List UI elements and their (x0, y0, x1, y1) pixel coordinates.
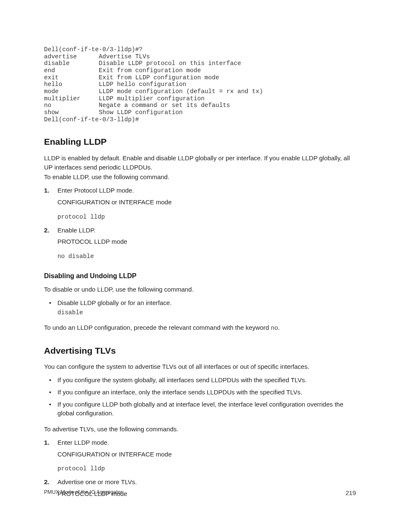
page-footer: PMUX Mode of the IO Aggregator 219 (44, 488, 356, 498)
disable-undo-pre: To undo an LLDP configuration, precede t… (44, 324, 271, 331)
cli-desc: Show LLDP configuration (99, 109, 183, 116)
cli-desc: Exit from LLDP configuration mode (99, 74, 219, 81)
cli-cmd: disable (44, 60, 99, 67)
step-number: 1. (44, 186, 49, 195)
adv-bullets: If you configure the system globally, al… (44, 376, 356, 418)
step-text: Enable LLDP. (57, 226, 356, 235)
footer-page-number: 219 (345, 488, 356, 498)
heading-enabling-lldp: Enabling LLDP (44, 136, 356, 148)
cli-row: no Negate a command or set its defaults (44, 102, 230, 109)
adv-cmdline: To advertise TLVs, use the following com… (44, 425, 356, 434)
cli-row: multiplier LLDP multiplier configuration (44, 95, 205, 102)
disable-bullet: Disable LLDP globally or for an interfac… (44, 298, 356, 317)
disable-undo-line: To undo an LLDP configuration, precede t… (44, 323, 356, 333)
heading-advertising-tlvs: Advertising TLVs (44, 344, 356, 357)
disable-intro: To disable or undo LLDP, use the followi… (44, 285, 356, 294)
enable-step-1: 1. Enter Protocol LLDP mode. CONFIGURATI… (44, 186, 356, 222)
adv-bullet-1: If you configure the system globally, al… (44, 376, 356, 385)
cli-cmd: show (44, 109, 99, 116)
cli-row: disable Disable LLDP protocol on this in… (44, 60, 241, 67)
footer-section-title: PMUX Mode of the IO Aggregator (44, 489, 122, 495)
cli-desc: Advertise TLVs (99, 53, 150, 60)
step-code: protocol lldp (57, 213, 356, 222)
cli-prompt-open: Dell(conf-if-te-0/3-lldp)#? (44, 46, 143, 53)
disable-undo-code: no (271, 325, 278, 331)
adv-bullet-3: If you configure LLDP both globally and … (44, 400, 356, 418)
cli-cmd: exit (44, 74, 99, 81)
adv-bullet-2: If you configure an interface, only the … (44, 388, 356, 397)
cli-row: advertise Advertise TLVs (44, 53, 150, 60)
disable-bullet-text: Disable LLDP globally or for an interfac… (57, 298, 356, 308)
cli-desc: Negate a command or set its defaults (99, 102, 230, 109)
cli-cmd: advertise (44, 53, 99, 60)
enable-step-2: 2. Enable LLDP. PROTOCOL LLDP mode no di… (44, 226, 356, 261)
step-code: no disable (57, 252, 356, 261)
cli-row: end Exit from configuration mode (44, 67, 201, 74)
step-number: 2. (44, 226, 49, 235)
cli-cmd: end (44, 67, 99, 74)
step-mode: PROTOCOL LLDP mode (57, 237, 356, 246)
cli-row: mode LLDP mode configuration (default = … (44, 88, 263, 95)
step-text: Advertise one or more TLVs. (57, 477, 356, 487)
cli-prompt-close: Dell(conf-if-te-0/3-lldp)# (44, 116, 139, 123)
adv-intro: You can configure the system to advertis… (44, 362, 356, 371)
document-page: Dell(conf-if-te-0/3-lldp)#? advertise Ad… (0, 0, 400, 532)
cli-desc: Disable LLDP protocol on this interface (99, 60, 241, 67)
adv-step-1: 1. Enter LLDP mode. CONFIGURATION or INT… (44, 438, 356, 474)
disable-bullet-code: disable (57, 308, 356, 317)
step-text: Enter LLDP mode. (57, 438, 356, 447)
step-text: Enter Protocol LLDP mode. (57, 186, 356, 195)
step-mode: CONFIGURATION or INTERFACE mode (57, 198, 356, 207)
cli-output-block: Dell(conf-if-te-0/3-lldp)#? advertise Ad… (44, 46, 356, 123)
step-code: protocol lldp (57, 464, 356, 473)
disable-undo-post: . (278, 324, 280, 331)
step-number: 2. (44, 477, 49, 487)
enable-intro-2: To enable LLDP, use the following comman… (44, 172, 356, 182)
step-number: 1. (44, 438, 49, 447)
enable-intro-1: LLDP is enabled by default. Enable and d… (44, 154, 356, 172)
cli-row: hello LLDP hello configuration (44, 81, 186, 88)
step-mode: CONFIGURATION or INTERFACE mode (57, 450, 356, 459)
heading-disabling-lldp: Disabling and Undoing LLDP (44, 271, 356, 281)
cli-desc: LLDP mode configuration (default = rx an… (99, 88, 263, 95)
cli-cmd: mode (44, 88, 99, 95)
cli-cmd: no (44, 102, 99, 109)
cli-row: show Show LLDP configuration (44, 109, 183, 116)
cli-row: exit Exit from LLDP configuration mode (44, 74, 219, 81)
cli-desc: LLDP multiplier configuration (99, 95, 205, 102)
cli-desc: Exit from configuration mode (99, 67, 201, 74)
cli-cmd: multiplier (44, 95, 99, 102)
cli-cmd: hello (44, 81, 99, 88)
cli-desc: LLDP hello configuration (99, 81, 187, 88)
enable-steps: 1. Enter Protocol LLDP mode. CONFIGURATI… (44, 186, 356, 261)
disable-bullets: Disable LLDP globally or for an interfac… (44, 298, 356, 317)
